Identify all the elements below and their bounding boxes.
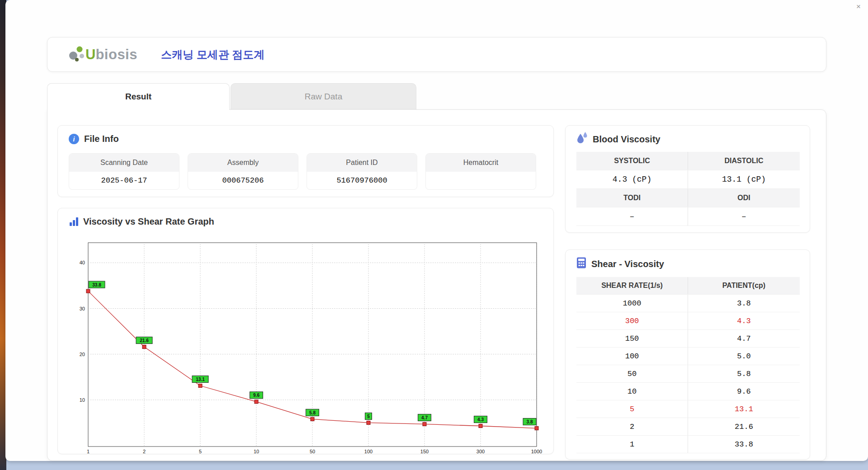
field-assembly: Assembly 000675206 <box>188 153 298 190</box>
table-row: 1 33.8 <box>576 436 800 453</box>
table-row: 50 5.8 <box>576 365 800 383</box>
logo-dots-icon <box>67 44 87 66</box>
patient-cell: 33.8 <box>688 436 800 453</box>
table-row: 10 9.6 <box>576 383 800 400</box>
table-row: 2 21.6 <box>576 418 800 436</box>
shear-rate-cell: 50 <box>576 365 688 382</box>
field-label: Scanning Date <box>69 154 179 172</box>
svg-text:30: 30 <box>80 306 85 311</box>
svg-text:100: 100 <box>364 449 373 454</box>
field-value: 51670976000 <box>307 172 417 189</box>
systolic-value: 4.3 (cP) <box>576 170 688 188</box>
odi-header: ODI <box>688 189 800 207</box>
blood-viscosity-title: Blood Viscosity <box>593 134 660 145</box>
field-value <box>426 172 536 189</box>
table-header-row: TODI ODI <box>576 189 800 207</box>
svg-text:33.8: 33.8 <box>92 282 101 287</box>
header-card: Ubiosis 스캐닝 모세관 점도계 <box>47 37 826 72</box>
ubiosis-logo: Ubiosis <box>67 44 137 66</box>
svg-text:4.3: 4.3 <box>477 417 484 422</box>
shear-rate-header: SHEAR RATE(1/s) <box>576 277 688 294</box>
droplet-icon <box>576 132 588 146</box>
file-info-title: File Info <box>84 134 119 144</box>
blood-viscosity-panel: Blood Viscosity SYSTOLIC DIASTOLIC 4.3 (… <box>565 125 810 233</box>
patient-header: PATIENT(cp) <box>688 277 800 294</box>
app-window: × Ubiosis 스캐닝 모세관 점도계 Result Raw Data i … <box>5 0 868 461</box>
diastolic-value: 13.1 (cP) <box>688 170 800 188</box>
shear-rate-cell: 1000 <box>576 295 688 312</box>
patient-cell: 5.0 <box>688 348 800 365</box>
tab-raw-data[interactable]: Raw Data <box>231 83 416 109</box>
app-title: 스캐닝 모세관 점도계 <box>161 47 264 62</box>
svg-text:9.6: 9.6 <box>253 393 259 398</box>
field-hematocrit: Hematocrit <box>425 153 536 190</box>
todi-value: – <box>576 207 688 226</box>
svg-text:2: 2 <box>143 449 146 454</box>
logo-text-u: U <box>85 47 95 63</box>
graph-panel: Viscosity vs Shear Rate Graph 1020304012… <box>57 208 554 454</box>
close-icon[interactable]: × <box>854 2 863 12</box>
field-scanning-date: Scanning Date 2025-06-17 <box>69 153 179 190</box>
info-icon: i <box>69 134 79 144</box>
graph-title: Viscosity vs Shear Rate Graph <box>83 216 214 227</box>
shear-rate-cell: 150 <box>576 330 688 347</box>
svg-text:4.7: 4.7 <box>421 415 428 420</box>
field-label: Patient ID <box>307 154 417 172</box>
svg-text:5: 5 <box>199 449 202 454</box>
shear-rate-cell: 1 <box>576 436 688 453</box>
table-row: 1000 3.8 <box>576 295 800 312</box>
svg-text:40: 40 <box>80 260 85 265</box>
svg-text:10: 10 <box>80 397 85 403</box>
field-patient-id: Patient ID 51670976000 <box>307 153 417 190</box>
field-value: 000675206 <box>188 172 298 189</box>
tab-result[interactable]: Result <box>47 83 230 110</box>
patient-cell: 21.6 <box>688 418 800 435</box>
svg-text:300: 300 <box>476 449 485 454</box>
patient-cell: 4.7 <box>688 330 800 347</box>
field-label: Assembly <box>188 154 298 172</box>
odi-value: – <box>688 207 800 226</box>
field-value: 2025-06-17 <box>69 172 179 189</box>
svg-text:13.1: 13.1 <box>196 377 205 382</box>
shear-rate-cell: 300 <box>576 312 688 329</box>
shear-viscosity-panel: Shear - Viscosity SHEAR RATE(1/s) PATIEN… <box>565 249 810 460</box>
field-label: Hematocrit <box>426 154 536 172</box>
svg-text:150: 150 <box>420 449 429 454</box>
table-row: – – <box>576 207 800 226</box>
diastolic-header: DIASTOLIC <box>688 152 800 170</box>
result-content: i File Info Scanning Date 2025-06-17 Ass… <box>47 109 826 461</box>
todi-header: TODI <box>576 189 688 207</box>
shear-rate-cell: 100 <box>576 348 688 365</box>
shear-viscosity-title: Shear - Viscosity <box>591 259 664 269</box>
viscosity-chart: 102030401251050100150300100033.821.613.1… <box>69 238 548 456</box>
systolic-header: SYSTOLIC <box>576 152 688 170</box>
table-row: 150 4.7 <box>576 330 800 348</box>
table-row: 5 13.1 <box>576 400 800 418</box>
svg-text:5.8: 5.8 <box>309 410 316 415</box>
patient-cell: 9.6 <box>688 383 800 400</box>
svg-text:20: 20 <box>80 352 85 357</box>
svg-text:5: 5 <box>367 414 370 419</box>
shear-rate-cell: 5 <box>576 400 688 418</box>
table-row: 300 4.3 <box>576 312 800 330</box>
file-info-panel: i File Info Scanning Date 2025-06-17 Ass… <box>57 125 554 197</box>
table-row: 100 5.0 <box>576 348 800 365</box>
svg-text:50: 50 <box>310 449 315 454</box>
calculator-icon <box>576 257 586 271</box>
table-header-row: SHEAR RATE(1/s) PATIENT(cp) <box>576 277 800 295</box>
patient-cell: 3.8 <box>688 295 800 312</box>
svg-text:1000: 1000 <box>531 449 542 454</box>
bar-chart-icon <box>70 217 78 226</box>
svg-text:3.8: 3.8 <box>527 419 533 424</box>
svg-text:10: 10 <box>254 449 259 454</box>
patient-cell: 4.3 <box>688 312 800 329</box>
svg-text:21.6: 21.6 <box>140 338 149 343</box>
shear-rate-cell: 10 <box>576 383 688 400</box>
logo-text: biosis <box>95 47 137 63</box>
table-row: 4.3 (cP) 13.1 (cP) <box>576 170 800 189</box>
patient-cell: 5.8 <box>688 365 800 382</box>
table-header-row: SYSTOLIC DIASTOLIC <box>576 152 800 170</box>
shear-rate-cell: 2 <box>576 418 688 435</box>
svg-text:1: 1 <box>87 449 90 454</box>
patient-cell: 13.1 <box>688 400 800 418</box>
